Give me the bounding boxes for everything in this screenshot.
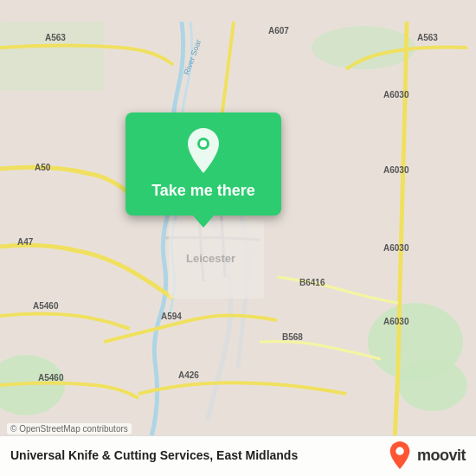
svg-point-4 xyxy=(312,26,415,69)
osm-credit-text: © OpenStreetMap contributors xyxy=(10,424,128,434)
svg-text:A426: A426 xyxy=(178,370,199,380)
svg-point-26 xyxy=(396,447,403,455)
svg-text:A5460: A5460 xyxy=(33,301,59,311)
take-me-there-label: Take me there xyxy=(151,182,255,200)
svg-text:A5460: A5460 xyxy=(38,373,64,383)
svg-rect-3 xyxy=(0,22,104,91)
bottom-bar: Universal Knife & Cutting Services, East… xyxy=(0,435,476,476)
location-pin-icon xyxy=(184,128,222,173)
svg-text:A563: A563 xyxy=(45,33,66,42)
svg-text:Leicester: Leicester xyxy=(186,252,235,265)
svg-text:A50: A50 xyxy=(35,163,51,172)
svg-text:A6030: A6030 xyxy=(383,243,409,253)
svg-point-25 xyxy=(200,140,207,147)
tooltip-arrow xyxy=(193,215,214,228)
tooltip-overlay: Take me there xyxy=(125,113,281,228)
svg-text:B6416: B6416 xyxy=(299,278,325,287)
moovit-text: moovit xyxy=(417,447,466,465)
svg-text:B568: B568 xyxy=(282,332,303,342)
moovit-logo: moovit xyxy=(388,441,466,469)
svg-text:A6030: A6030 xyxy=(383,165,409,175)
svg-text:A47: A47 xyxy=(17,237,34,247)
osm-credit: © OpenStreetMap contributors xyxy=(7,423,132,434)
svg-text:A6030: A6030 xyxy=(383,90,409,100)
take-me-there-button[interactable]: Take me there xyxy=(125,113,281,215)
svg-text:A607: A607 xyxy=(268,26,289,35)
svg-text:A6030: A6030 xyxy=(383,317,409,326)
svg-point-1 xyxy=(398,359,467,411)
map-svg: A563 A607 A563 A6030 A6030 A6030 A6030 A… xyxy=(0,0,476,476)
svg-text:A594: A594 xyxy=(161,312,182,321)
map-container: A563 A607 A563 A6030 A6030 A6030 A6030 A… xyxy=(0,0,476,476)
location-info: Universal Knife & Cutting Services, East… xyxy=(10,448,298,462)
svg-text:A563: A563 xyxy=(417,33,438,42)
moovit-pin-icon xyxy=(388,441,412,469)
location-name: Universal Knife & Cutting Services, East… xyxy=(10,448,298,462)
